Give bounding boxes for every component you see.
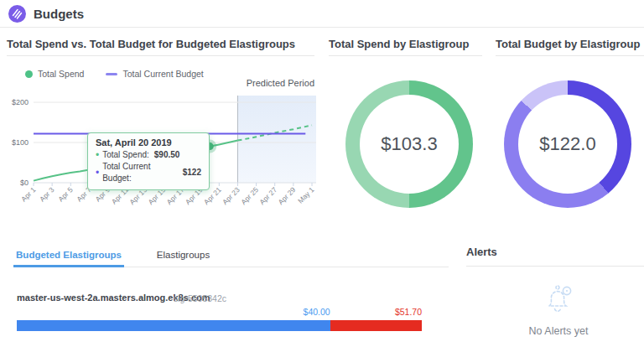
total-budget-line-icon [106, 73, 117, 75]
svg-text:Apr 5: Apr 5 [56, 185, 75, 204]
spend-vs-budget-chart[interactable]: $0$100$200Apr 1Apr 3Apr 5Apr 7Apr 9Apr 1… [5, 87, 317, 231]
budget-bar-labels: $40.00 $51.70 [17, 307, 422, 318]
tab-budgeted-elastigroups[interactable]: Budgeted Elastigroups [13, 245, 124, 267]
total-spend-donut-chart[interactable]: $103.3 [345, 80, 473, 208]
svg-text:Apr 3: Apr 3 [38, 185, 56, 204]
app-header: Budgets [0, 0, 644, 28]
total-budget-value: $122.0 [539, 133, 595, 155]
legend-item-total-current-budget[interactable]: Total Current Budget [106, 69, 203, 79]
elastigroup-sig: sig-5505342c [174, 293, 226, 303]
chart-tooltip: Sat, April 20 2019 • Total Spend: $90.50… [87, 132, 210, 190]
total-budget-title: Total Budget by Elastigroup [496, 38, 640, 50]
svg-text:Apr 29: Apr 29 [276, 185, 297, 206]
chart-legend: Total Spend Total Current Budget [25, 69, 204, 79]
section-divider [496, 55, 644, 56]
tab-elastigroups[interactable]: Elastigroups [139, 245, 227, 267]
elastigroup-tabs: Budgeted Elastigroups Elastigroups [13, 245, 449, 267]
bullet-icon: • [96, 151, 99, 159]
bullet-icon: • [96, 168, 99, 177]
tooltip-row-budget: • Total Current Budget: $122 [96, 161, 201, 184]
svg-text:May 1: May 1 [296, 185, 316, 205]
total-budget-donut-chart[interactable]: $122.0 [504, 80, 631, 208]
page-title: Budgets [34, 0, 84, 28]
svg-text:Apr 27: Apr 27 [257, 185, 278, 206]
spend-bar-segment [17, 320, 330, 331]
no-alerts-text: No Alerts yet [483, 325, 634, 337]
spotinst-logo-icon[interactable] [8, 5, 26, 23]
legend-label: Total Spend [38, 69, 84, 79]
svg-text:Apr 25: Apr 25 [239, 185, 260, 206]
total-spend-value: $103.3 [381, 133, 437, 155]
alerts-title: Alerts [466, 246, 497, 258]
section-divider [329, 55, 482, 56]
section-divider [7, 55, 314, 56]
total-spend-title: Total Spend by Elastigroup [329, 38, 469, 50]
section-divider [466, 266, 644, 267]
legend-label: Total Current Budget [122, 69, 203, 79]
svg-text:$100: $100 [12, 138, 29, 147]
tooltip-date: Sat, April 20 2019 [96, 137, 201, 148]
svg-text:Apr 1: Apr 1 [19, 185, 38, 204]
bell-icon [540, 280, 577, 319]
budget-usage-bar[interactable] [17, 320, 422, 331]
budget-amount-label: $51.70 [395, 307, 422, 317]
svg-text:$200: $200 [12, 98, 29, 106]
overage-bar-segment [330, 320, 422, 331]
legend-item-total-spend[interactable]: Total Spend [25, 69, 84, 79]
svg-text:Apr 23: Apr 23 [221, 185, 242, 206]
spend-vs-budget-title: Total Spend vs. Total Budget for Budgete… [7, 38, 295, 50]
budgets-page: Budgets Total Spend vs. Total Budget for… [0, 0, 644, 347]
tooltip-row-spend: • Total Spend: $90.50 [96, 149, 201, 161]
svg-text:$0: $0 [20, 179, 29, 187]
spend-amount-label: $40.00 [17, 307, 330, 317]
total-spend-dot-icon [25, 70, 33, 78]
